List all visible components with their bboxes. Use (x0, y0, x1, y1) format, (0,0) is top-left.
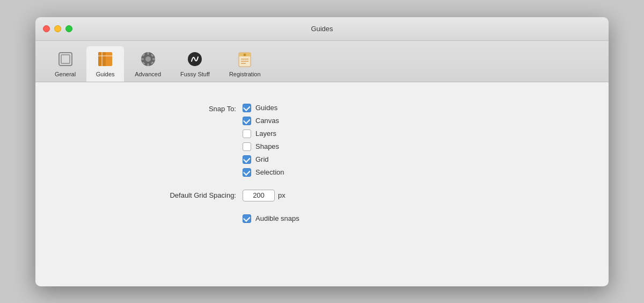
form-section: Snap To: Guides Canvas (161, 104, 483, 223)
tab-general-label: General (55, 71, 76, 77)
toolbar: General Guides (35, 41, 609, 82)
checkbox-selection[interactable] (243, 168, 251, 177)
checkbox-selection-label: Selection (255, 168, 284, 176)
checkbox-guides[interactable] (243, 104, 251, 112)
checkbox-row-canvas[interactable]: Canvas (243, 117, 284, 125)
checkbox-canvas-label: Canvas (255, 117, 279, 125)
svg-rect-11 (152, 58, 155, 60)
titlebar: Guides (35, 17, 609, 41)
audible-snaps-row[interactable]: Audible snaps (243, 214, 299, 223)
tab-fussy-stuff-label: Fussy Stuff (180, 71, 210, 77)
checkbox-layers-label: Layers (255, 129, 276, 138)
checkbox-audible-snaps[interactable] (243, 214, 251, 223)
tab-registration-label: Registration (229, 71, 261, 77)
svg-rect-9 (147, 63, 149, 66)
svg-point-7 (145, 56, 151, 62)
checkbox-row-shapes[interactable]: Shapes (243, 142, 284, 151)
grid-spacing-unit: px (278, 191, 286, 199)
tab-advanced-label: Advanced (135, 71, 161, 77)
app-window: Guides General Guides (35, 17, 609, 286)
content-area: Snap To: Guides Canvas (35, 82, 609, 286)
general-icon (56, 49, 75, 69)
checkbox-grid[interactable] (243, 155, 251, 164)
tab-fussy-stuff[interactable]: Fussy Stuff (172, 46, 218, 82)
checkbox-row-layers[interactable]: Layers (243, 129, 284, 138)
minimize-button[interactable] (54, 25, 61, 32)
tab-advanced[interactable]: Advanced (126, 46, 170, 82)
tab-guides-label: Guides (96, 71, 115, 77)
checkbox-layers[interactable] (243, 129, 251, 138)
tab-registration[interactable]: Registration (221, 46, 269, 82)
snap-to-label: Snap To: (161, 104, 236, 113)
advanced-icon (138, 49, 158, 69)
guides-icon (96, 49, 115, 69)
svg-point-20 (244, 53, 246, 56)
tab-guides[interactable]: Guides (86, 46, 124, 82)
grid-spacing-label: Default Grid Spacing: (161, 191, 236, 199)
window-title: Guides (311, 25, 333, 33)
svg-rect-8 (147, 52, 149, 55)
checkbox-row-grid[interactable]: Grid (243, 155, 284, 164)
registration-icon (235, 49, 254, 69)
checkbox-row-guides[interactable]: Guides (243, 104, 284, 112)
close-button[interactable] (43, 25, 50, 32)
svg-rect-1 (61, 55, 70, 63)
checkbox-row-selection[interactable]: Selection (243, 168, 284, 177)
checkbox-canvas[interactable] (243, 117, 251, 125)
tab-general[interactable]: General (46, 46, 84, 82)
checkbox-guides-label: Guides (255, 104, 277, 112)
maximize-button[interactable] (65, 25, 72, 32)
grid-spacing-input[interactable] (243, 190, 275, 201)
traffic-lights (43, 25, 72, 32)
checkboxes-column: Guides Canvas Layers (243, 104, 284, 177)
grid-spacing-row: Default Grid Spacing: px (161, 190, 286, 201)
checkbox-grid-label: Grid (255, 155, 269, 163)
audible-snaps-label: Audible snaps (255, 214, 299, 222)
checkbox-shapes-label: Shapes (255, 142, 279, 150)
snap-to-row: Snap To: Guides Canvas (161, 104, 284, 177)
checkbox-shapes[interactable] (243, 142, 251, 151)
fussy-stuff-icon (185, 49, 204, 69)
svg-rect-10 (141, 58, 144, 60)
